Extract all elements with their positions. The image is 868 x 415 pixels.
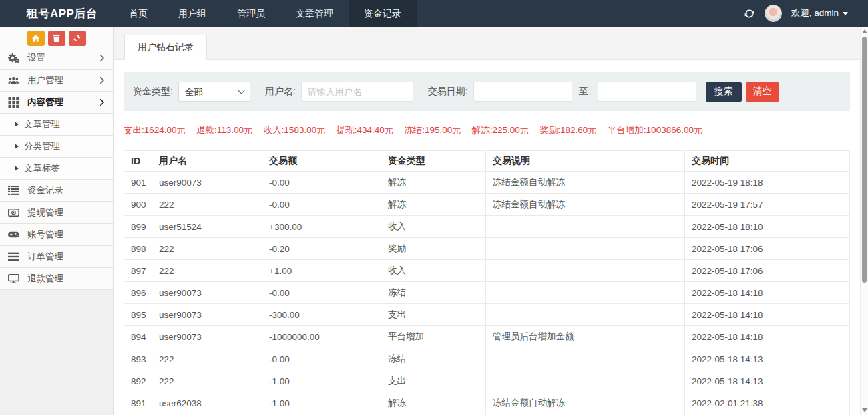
sidebar-item-article-mgmt[interactable]: 文章管理 [0, 114, 113, 136]
scroll-down-arrow-icon[interactable] [862, 408, 867, 412]
cell-3: 解冻 [381, 392, 486, 414]
cell-4 [486, 370, 685, 392]
sidebar-item-category-mgmt-label: 分类管理 [24, 140, 60, 152]
top-navbar: 租号APP后台 首页用户组管理员文章管理资金记录 欢迎, admin [0, 0, 868, 27]
date-from-input[interactable] [473, 82, 572, 102]
cell-0: 899 [124, 216, 152, 238]
clear-button[interactable]: 清空 [746, 82, 779, 102]
records-table-wrap: ID用户名交易额资金类型交易说明交易时间 901user90073-0.00解冻… [124, 150, 850, 415]
nav-article-mgmt[interactable]: 文章管理 [280, 0, 349, 27]
cell-4: 管理员后台增加金额 [486, 326, 685, 348]
cell-0: 894 [124, 326, 152, 348]
sidebar-item-order-mgmt-label: 订单管理 [27, 251, 63, 263]
cell-4 [486, 348, 685, 370]
home-button[interactable] [27, 31, 45, 46]
trash-button[interactable] [48, 31, 65, 46]
cell-4 [486, 282, 685, 304]
cell-4: 冻结金额自动解冻 [486, 392, 685, 414]
cell-2: -0.20 [262, 238, 381, 260]
cell-2: -1000000.00 [262, 326, 381, 348]
cell-2: -1.00 [262, 392, 381, 414]
cell-2: -1.00 [262, 370, 381, 392]
cell-5: 2022-05-19 18:18 [685, 172, 850, 194]
scroll-up-arrow-icon[interactable] [862, 29, 867, 33]
sidebar-item-user-mgmt[interactable]: 用户管理 [0, 70, 113, 92]
cell-1: user90073 [152, 282, 262, 304]
fund-type-select-wrap: 全部 [178, 82, 250, 102]
triangle-right-icon [15, 122, 19, 127]
cell-0: 900 [124, 194, 152, 216]
cell-0: 892 [124, 370, 152, 392]
sidebar-item-withdraw-mgmt[interactable]: 提现管理 [0, 202, 113, 224]
search-button[interactable]: 搜索 [706, 82, 742, 102]
table-row: 892222-1.00支出2022-05-18 14:13 [124, 370, 850, 392]
sidebar-item-user-mgmt-label: 用户管理 [27, 74, 63, 86]
cell-0: 898 [124, 238, 152, 260]
date-to-input[interactable] [598, 82, 696, 102]
sidebar-item-refund-mgmt[interactable]: 退款管理 [0, 268, 113, 290]
scrollbar-thumb[interactable] [862, 37, 867, 283]
cell-1: 222 [152, 238, 262, 260]
sidebar-item-content-mgmt[interactable]: 内容管理 [0, 92, 113, 114]
sidebar-item-settings[interactable]: 设置 [0, 47, 113, 70]
cell-2: -0.00 [262, 194, 381, 216]
cell-1: user62038 [152, 392, 262, 414]
cell-2: +1.00 [262, 260, 381, 282]
sidebar-item-account-mgmt[interactable]: 账号管理 [0, 224, 113, 246]
cell-1: 222 [152, 348, 262, 370]
grid-icon [8, 97, 21, 108]
scrollbar[interactable] [860, 27, 868, 415]
records-table-body: 901user90073-0.00解冻冻结金额自动解冻2022-05-19 18… [124, 172, 850, 415]
tab-bar: 用户钻石记录 [114, 27, 868, 60]
cell-5: 2022-05-18 14:18 [685, 326, 850, 348]
trash-icon [52, 34, 61, 43]
cell-1: user90073 [152, 172, 262, 194]
col-header-4: 交易说明 [486, 151, 685, 172]
table-row: 899user51524+300.00收入2022-05-18 18:10 [124, 216, 850, 238]
avatar[interactable] [765, 5, 782, 22]
cell-3: 奖励 [381, 238, 486, 260]
sidebar-item-settings-label: 设置 [27, 52, 45, 64]
sidebar-menu: 设置用户管理内容管理文章管理分类管理文章标签资金记录提现管理账号管理订单管理退款… [0, 47, 113, 290]
cell-5: 2022-05-18 14:13 [685, 370, 850, 392]
cell-2: -0.00 [262, 282, 381, 304]
tab-user-diamond-records[interactable]: 用户钻石记录 [124, 35, 207, 60]
refresh-icon[interactable] [744, 8, 755, 19]
cell-3: 冻结 [381, 282, 486, 304]
cell-2: -0.00 [262, 348, 381, 370]
username-input[interactable] [301, 82, 413, 102]
sidebar-item-order-mgmt[interactable]: 订单管理 [0, 246, 113, 268]
nav-home[interactable]: 首页 [114, 0, 163, 27]
cell-3: 收入 [381, 260, 486, 282]
nav-user-groups[interactable]: 用户组 [163, 0, 222, 27]
users-icon [8, 75, 21, 86]
cell-0: 896 [124, 282, 152, 304]
stat-item: 退款:113.00元 [196, 124, 253, 136]
cell-4 [486, 238, 685, 260]
recycle-button[interactable] [69, 31, 86, 46]
sidebar-item-category-mgmt[interactable]: 分类管理 [0, 136, 113, 158]
navbar-right: 欢迎, admin [744, 5, 868, 22]
cell-4 [486, 304, 685, 326]
nav-fund-records[interactable]: 资金记录 [349, 0, 417, 27]
gamepad-icon [8, 229, 21, 241]
sidebar-item-fund-records[interactable]: 资金记录 [0, 180, 113, 202]
stat-item: 冻结:195.00元 [404, 124, 461, 136]
cell-5: 2022-05-18 14:18 [685, 304, 850, 326]
fund-type-select[interactable]: 全部 [178, 82, 250, 102]
cell-1: 222 [152, 370, 262, 392]
records-table: ID用户名交易额资金类型交易说明交易时间 901user90073-0.00解冻… [124, 150, 850, 415]
sidebar-item-content-mgmt-label: 内容管理 [27, 96, 63, 108]
chevron-right-icon [99, 76, 105, 84]
stat-item: 平台增加:1003866.00元 [608, 124, 703, 136]
user-dropdown[interactable]: 欢迎, admin [791, 7, 848, 19]
cell-4 [486, 260, 685, 282]
stat-item: 提现:434.40元 [337, 124, 394, 136]
sidebar: 设置用户管理内容管理文章管理分类管理文章标签资金记录提现管理账号管理订单管理退款… [0, 27, 114, 415]
cell-0: 895 [124, 304, 152, 326]
nav-admins[interactable]: 管理员 [222, 0, 280, 27]
sidebar-item-article-tags[interactable]: 文章标签 [0, 158, 113, 180]
cell-3: 解冻 [381, 194, 486, 216]
cell-5: 2022-05-18 17:06 [685, 260, 850, 282]
cell-0: 897 [124, 260, 152, 282]
